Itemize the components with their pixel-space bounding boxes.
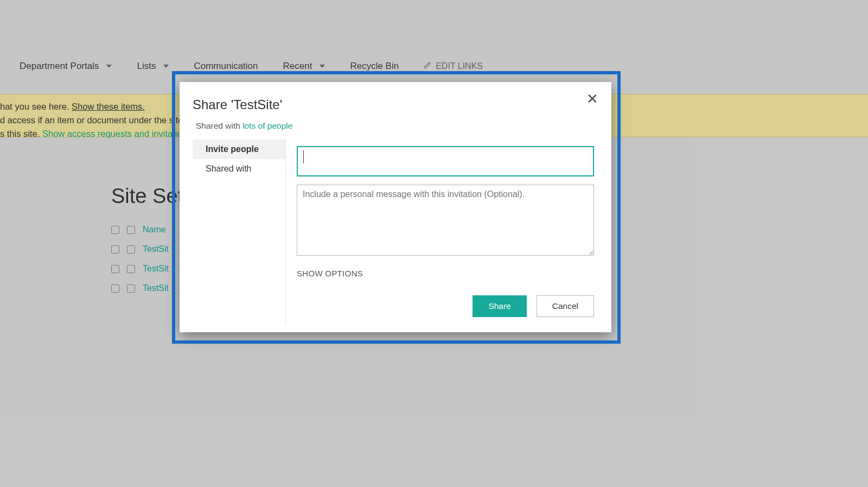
people-picker-input[interactable] bbox=[297, 146, 594, 176]
text-cursor-icon bbox=[303, 150, 304, 163]
invitation-message-textarea[interactable] bbox=[297, 185, 594, 256]
close-icon: ✕ bbox=[586, 91, 598, 107]
dialog-buttons: Share Cancel bbox=[297, 295, 594, 317]
dialog-subtitle: Shared with lots of people bbox=[196, 121, 292, 131]
dialog-title: Share 'TestSite' bbox=[193, 97, 282, 112]
show-options-toggle[interactable]: SHOW OPTIONS bbox=[297, 269, 594, 278]
subtitle-prefix: Shared with bbox=[196, 121, 242, 130]
tab-invite-people[interactable]: Invite people bbox=[193, 140, 285, 159]
close-button[interactable]: ✕ bbox=[586, 92, 598, 106]
shared-with-link[interactable]: lots of people bbox=[242, 121, 292, 130]
share-dialog: ✕ Share 'TestSite' Shared with lots of p… bbox=[180, 82, 611, 332]
dialog-tabs: Invite people Shared with bbox=[193, 140, 286, 324]
dialog-main: SHOW OPTIONS Share Cancel bbox=[286, 140, 598, 324]
tab-shared-with[interactable]: Shared with bbox=[193, 159, 285, 179]
cancel-button[interactable]: Cancel bbox=[537, 295, 594, 317]
dialog-body: Invite people Shared with SHOW OPTIONS S… bbox=[193, 140, 598, 324]
share-button[interactable]: Share bbox=[473, 295, 526, 317]
